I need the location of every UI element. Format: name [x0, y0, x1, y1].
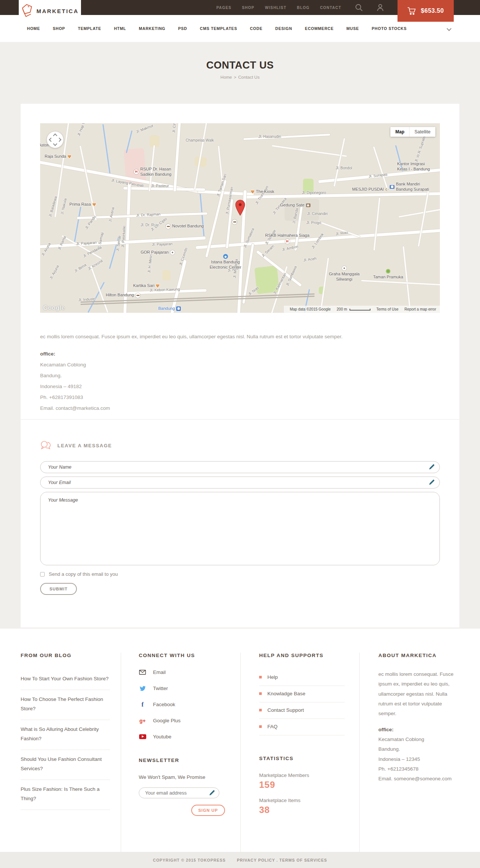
map-road-minor — [272, 145, 347, 157]
office-address: office: Kecamatan CoblongBandung.Indones… — [40, 348, 440, 414]
logo[interactable]: MARKETICA — [19, 0, 81, 22]
dot-icon — [170, 250, 175, 255]
social-link-gplus[interactable]: g+Google Plus — [139, 718, 240, 723]
map-view-button[interactable]: Map — [390, 127, 410, 137]
social-link-twitter[interactable]: Twitter — [139, 686, 240, 691]
blog-post-link[interactable]: Plus Size Fashion: Is There Such a Thing… — [21, 780, 110, 810]
map-road-label: Jl. Aceh — [227, 266, 241, 273]
main-menu-item[interactable]: DESIGN — [275, 26, 292, 31]
search-icon[interactable] — [355, 3, 363, 12]
newsletter-email-input[interactable] — [139, 787, 219, 798]
hotel-icon — [232, 219, 237, 224]
map-road — [40, 160, 202, 194]
help-link[interactable]: Knowladge Base — [259, 686, 345, 702]
terms-of-use-link[interactable]: Terms of Use — [376, 307, 399, 311]
name-input[interactable] — [40, 461, 440, 473]
top-nav-item[interactable]: BLOG — [297, 6, 310, 10]
main-menu-item[interactable]: PHOTO STOCKS — [372, 26, 406, 31]
main-menu-item[interactable]: TEMPLATE — [78, 26, 101, 31]
help-link[interactable]: FAQ — [259, 719, 345, 735]
poi-text: RSKB Halmahera Siaga — [265, 233, 309, 238]
social-link-facebook[interactable]: fFacebook — [139, 702, 240, 707]
office-address-line: Indonesia – 49182 — [40, 381, 440, 392]
main-menu-item[interactable]: HTML — [114, 26, 126, 31]
contact-intro-text: ec mollis lorem consequat. Fusce ipsum e… — [40, 334, 440, 339]
legal-links: PRIVACY POLICY . TERMS OF SERVICES — [237, 858, 327, 862]
message-textarea[interactable] — [40, 492, 440, 565]
shop-icon: ◆ — [223, 254, 228, 259]
pan-up-icon[interactable] — [53, 133, 57, 137]
map-road — [237, 190, 246, 313]
top-nav-item[interactable]: CONTACT — [320, 6, 341, 10]
items-count: 38 — [259, 805, 359, 815]
pan-down-icon[interactable] — [53, 142, 57, 146]
map-road-label: Jl. Cimandiri — [307, 212, 328, 216]
poi-text: GOR Pajajaran — [141, 250, 169, 255]
map-road-label: Jl. Pajajaran — [152, 242, 172, 247]
map-marker-icon — [235, 200, 245, 216]
map-type-toggle: Map Satellite — [390, 127, 435, 137]
map-area — [285, 199, 319, 221]
main-menu-item[interactable]: CODE — [250, 26, 262, 31]
about-heading: ABOUT MARKETICA — [378, 653, 459, 658]
main-menu-item[interactable]: SHOP — [53, 26, 65, 31]
hotel-icon — [166, 224, 171, 229]
help-heading: HELP AND SUPPORTS — [259, 653, 359, 658]
help-link[interactable]: Contact Support — [259, 702, 345, 719]
blog-post-link[interactable]: What is So Alluring About Celebrity Fash… — [21, 720, 110, 750]
map-road-label: Jl. Astina — [108, 207, 115, 222]
blog-post-link[interactable]: How To Choose The Perfect Fashion Store? — [21, 690, 110, 720]
main-menu-item[interactable]: MARKETING — [139, 26, 165, 31]
top-nav-item[interactable]: PAGES — [216, 6, 231, 10]
signup-button[interactable]: SIGN UP — [191, 805, 225, 816]
office-label: office: — [378, 727, 394, 732]
bottom-bar: COPYRIGHT © 2015 TOKOPRESS PRIVACY POLIC… — [0, 852, 480, 868]
breadcrumb-home[interactable]: Home — [220, 75, 232, 79]
email-input[interactable] — [40, 477, 440, 489]
newsletter-heading: NEWSLETTER — [139, 757, 240, 763]
terms-of-services-link[interactable]: TERMS OF SERVICES — [279, 858, 327, 862]
bank-icon: ≡ — [390, 184, 394, 190]
map-poi-label: GOR Pajajaran — [141, 250, 175, 255]
pan-left-icon[interactable] — [49, 137, 53, 142]
privacy-policy-link[interactable]: PRIVACY POLICY — [237, 858, 275, 862]
report-map-error-link[interactable]: Report a map error — [405, 307, 436, 311]
blog-heading: FROM OUR BLOG — [21, 653, 121, 658]
help-label: FAQ — [267, 724, 278, 729]
social-link-email[interactable]: Email — [139, 669, 240, 675]
map-road-minor — [149, 145, 155, 191]
pan-right-icon[interactable] — [57, 137, 61, 142]
submit-button[interactable]: SUBMIT — [40, 583, 77, 595]
main-menu-item[interactable]: MUSE — [346, 26, 359, 31]
satellite-view-button[interactable]: Satellite — [410, 127, 435, 137]
map-road-minor — [374, 197, 381, 251]
map-road-label: Jl. Pasirkaliki — [121, 226, 126, 247]
map-road-label: Jl. Bondol — [336, 166, 352, 170]
help-link[interactable]: Help — [259, 669, 345, 686]
map-road — [242, 244, 254, 304]
main-menu-item[interactable]: CMS TEMPLATES — [200, 26, 237, 31]
map-pan-control[interactable] — [47, 131, 63, 148]
main-menu-item[interactable]: HOME — [27, 26, 40, 31]
top-nav-item[interactable]: WISHLIST — [265, 6, 286, 10]
brand-name: MARKETICA — [36, 8, 79, 14]
account-icon[interactable] — [376, 3, 384, 12]
send-copy-checkbox[interactable] — [40, 572, 45, 577]
main-menu-item[interactable]: PSD — [178, 26, 187, 31]
map-road-label: Jl. Kebon Kawung — [150, 287, 180, 292]
map-area — [162, 270, 171, 281]
poi-text: Istana BandungElectronic Center — [210, 260, 241, 270]
google-logo: Google — [43, 305, 65, 311]
cart-button[interactable]: $653.50 — [398, 0, 454, 22]
blog-post-link[interactable]: Should You Use Fashion Consultant Servic… — [21, 750, 110, 780]
map-road-minor — [399, 206, 440, 218]
map-road-label: Jl. Nias — [248, 285, 260, 296]
google-map[interactable]: Jl. Layang PasupatiJl. PasteurJl. Pajaja… — [40, 123, 440, 313]
menu-more-caret-icon[interactable] — [447, 26, 452, 31]
blog-post-link[interactable]: How To Start Your Own Fashion Store? — [21, 669, 110, 690]
top-nav-item[interactable]: SHOP — [242, 6, 254, 10]
office-address-line: Kecamatan Coblong — [40, 359, 440, 370]
poi-text: Raja Sunda — [45, 154, 66, 159]
main-menu-item[interactable]: ECOMMERCE — [305, 26, 334, 31]
social-link-youtube[interactable]: Youtube — [139, 734, 240, 740]
